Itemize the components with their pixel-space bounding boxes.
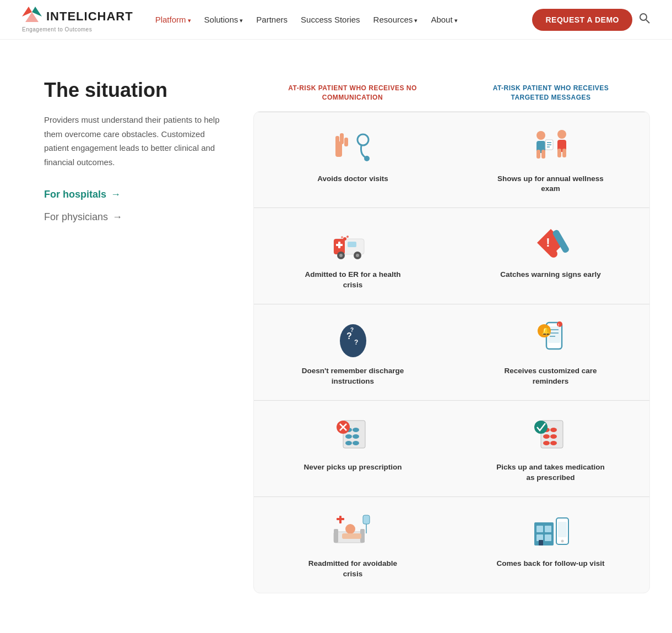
svg-point-68 (543, 441, 550, 445)
nav-links: Platform Solutions Partners Success Stor… (155, 15, 524, 24)
svg-point-32 (343, 237, 346, 241)
nav-success-stories[interactable]: Success Stories (301, 15, 360, 24)
discharge-label: Doesn't remember discharge instructions (298, 366, 408, 387)
svg-rect-72 (334, 529, 338, 543)
cell-care-reminders: 🔔 ! Receives customized care reminders (452, 304, 649, 400)
nav-about[interactable]: About (431, 15, 457, 24)
cell-takes-medication: Picks up and takes medication as prescri… (452, 401, 649, 496)
svg-rect-27 (348, 242, 356, 247)
search-button[interactable] (639, 13, 650, 26)
svg-rect-13 (557, 149, 561, 157)
svg-rect-88 (539, 540, 543, 545)
svg-point-58 (345, 441, 352, 445)
svg-rect-84 (545, 534, 551, 541)
cell-readmitted: Readmitted for avoidable crisis (254, 497, 452, 593)
svg-line-4 (646, 20, 649, 23)
logo[interactable]: INTELICHART Engagement to Outcomes (22, 7, 133, 32)
physicians-arrow-icon: → (112, 211, 122, 223)
cell-warning-signs: ! Catches warning signs early (452, 208, 649, 304)
avoids-doctor-label: Avoids doctor visits (317, 174, 388, 184)
svg-rect-7 (340, 133, 344, 144)
wellness-exam-label: Shows up for annual wellness exam (496, 174, 606, 195)
col-header-right: AT-RISK PATIENT WHO RECEIVESTARGETED MES… (452, 73, 650, 111)
nav-resources[interactable]: Resources (373, 15, 418, 24)
request-demo-button[interactable]: REQUEST A DEMO (532, 9, 632, 31)
cell-no-prescription: Never picks up prescription (254, 401, 452, 496)
cell-confused-patient: ? ? ? Doesn't remember discharge instruc… (254, 304, 452, 400)
cell-wellness-exam: Shows up for annual wellness exam (452, 112, 649, 208)
nav-platform[interactable]: Platform (155, 15, 191, 24)
svg-point-87 (561, 539, 563, 542)
svg-rect-79 (339, 516, 342, 523)
svg-point-34 (346, 236, 349, 238)
svg-point-57 (353, 434, 359, 439)
svg-text:!: ! (558, 323, 559, 327)
svg-point-66 (543, 434, 550, 439)
svg-point-10 (364, 156, 370, 161)
svg-rect-8 (344, 138, 348, 146)
svg-text:🔔: 🔔 (541, 326, 551, 336)
er-ambulance-icon (331, 223, 375, 262)
logo-icon (22, 7, 42, 26)
cell-er-admission: Admitted to ER for a health crisis (254, 208, 452, 304)
svg-point-15 (536, 131, 545, 140)
comparison-table: Avoids doctor visits (253, 111, 650, 593)
table-row: Readmitted for avoidable crisis (254, 496, 649, 593)
for-physicians-link[interactable]: For physicians → (44, 211, 220, 223)
no-prescription-label: Never picks up prescription (304, 462, 402, 473)
readmitted-label: Readmitted for avoidable crisis (298, 559, 408, 580)
takes-medication-label: Picks up and takes medication as prescri… (496, 462, 606, 483)
svg-rect-14 (562, 149, 566, 157)
col-header-left: AT-RISK PATIENT WHO RECEIVES NOCOMMUNICA… (253, 73, 452, 111)
svg-point-11 (557, 130, 566, 139)
svg-point-74 (345, 524, 355, 534)
svg-rect-82 (545, 526, 551, 532)
svg-rect-76 (363, 515, 370, 524)
warning-signs-icon: ! (529, 223, 573, 262)
left-panel: The situation Providers must understand … (44, 73, 220, 234)
wellness-exam-icon (529, 128, 573, 166)
followup-visit-icon (529, 512, 573, 551)
svg-rect-18 (541, 150, 545, 159)
for-hospitals-link[interactable]: For hospitals → (44, 189, 220, 200)
svg-rect-75 (342, 533, 361, 539)
svg-point-29 (339, 254, 343, 257)
avoids-doctor-icon (331, 128, 375, 166)
svg-rect-6 (335, 136, 339, 144)
svg-rect-17 (536, 150, 540, 159)
svg-point-56 (345, 434, 352, 439)
svg-rect-26 (338, 242, 340, 248)
er-label: Admitted to ER for a health crisis (298, 270, 408, 291)
column-headers: AT-RISK PATIENT WHO RECEIVES NOCOMMUNICA… (253, 73, 650, 111)
svg-point-31 (356, 254, 359, 257)
svg-point-9 (357, 134, 368, 145)
svg-point-67 (550, 434, 557, 439)
svg-rect-86 (558, 522, 567, 537)
svg-text:?: ? (354, 339, 358, 346)
svg-point-65 (550, 428, 557, 432)
takes-medication-icon (529, 416, 573, 455)
care-reminders-icon: 🔔 ! (529, 320, 573, 358)
cell-avoids-doctor: Avoids doctor visits (254, 112, 452, 208)
table-row: Admitted to ER for a health crisis ! (254, 208, 649, 304)
navbar: INTELICHART Engagement to Outcomes Platf… (0, 0, 672, 40)
svg-point-70 (534, 421, 548, 434)
main-content: The situation Providers must understand … (0, 40, 672, 626)
svg-point-69 (550, 441, 557, 445)
logo-text: INTELICHART (46, 9, 133, 24)
svg-text:!: ! (546, 236, 550, 249)
care-reminders-label: Receives customized care reminders (496, 366, 606, 387)
svg-rect-81 (536, 526, 543, 532)
search-icon (639, 13, 650, 24)
svg-point-59 (353, 441, 359, 445)
warning-signs-label: Catches warning signs early (500, 270, 600, 280)
for-physicians-label: For physicians (44, 211, 108, 223)
hospitals-arrow-icon: → (111, 189, 121, 200)
nav-partners[interactable]: Partners (256, 15, 288, 24)
right-panel: AT-RISK PATIENT WHO RECEIVES NOCOMMUNICA… (253, 73, 650, 593)
for-hospitals-label: For hospitals (44, 189, 106, 200)
table-row: ? ? ? Doesn't remember discharge instruc… (254, 304, 649, 400)
nav-solutions[interactable]: Solutions (204, 15, 243, 24)
svg-rect-39 (552, 240, 555, 251)
logo-tagline: Engagement to Outcomes (22, 26, 133, 32)
